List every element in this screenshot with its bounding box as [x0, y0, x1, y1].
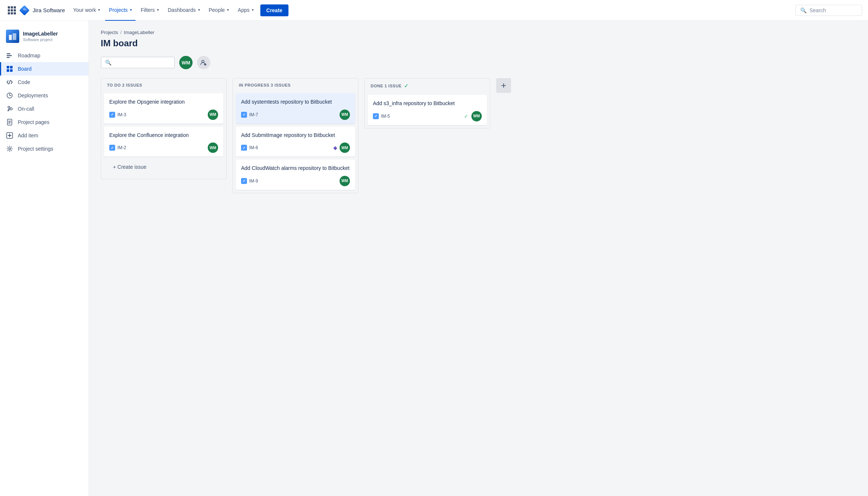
roadmap-icon — [6, 52, 13, 59]
add-people-icon — [200, 59, 207, 66]
main-layout: ImageLabeller Software project Roadmap B… — [0, 0, 868, 496]
card-footer: ✓ IM-2 WM — [109, 143, 218, 153]
column-header-todo: TO DO 2 ISSUES — [101, 78, 226, 90]
card-issue-key: IM-3 — [117, 112, 126, 117]
sidebar-label-code: Code — [18, 79, 30, 85]
chevron-down-icon: ▾ — [252, 8, 254, 12]
card-card-im7[interactable]: Add systemtests repository to Bitbucket … — [236, 93, 355, 124]
chevron-down-icon: ▾ — [98, 8, 100, 12]
board-icon — [6, 65, 13, 73]
card-card-im2[interactable]: Explore the Confluence integration ✓ IM-… — [104, 127, 223, 157]
jira-diamond-icon — [19, 5, 30, 16]
topnav: Jira Software Your work ▾ Projects ▾ Fil… — [0, 0, 868, 21]
card-assignee-avatar: WM — [208, 110, 218, 120]
card-title: Add s3_infra repository to Bitbucket — [373, 100, 482, 107]
board-search[interactable]: 🔍 — [101, 57, 175, 68]
card-card-im9[interactable]: Add CloudWatch alarms repository to Bitb… — [236, 160, 355, 190]
project-avatar — [6, 30, 19, 43]
done-check-icon: ✓ — [404, 83, 409, 89]
column-inprogress: IN PROGRESS 3 ISSUES Add systemtests rep… — [233, 78, 358, 193]
chevron-down-icon: ▾ — [157, 8, 159, 12]
card-title: Add systemtests repository to Bitbucket — [241, 98, 350, 106]
sidebar-item-oncall[interactable]: On-call — [0, 102, 89, 115]
search-box[interactable]: 🔍 Search — [795, 5, 862, 16]
sidebar-label-board: Board — [18, 66, 31, 72]
svg-rect-1 — [9, 35, 12, 40]
breadcrumb-separator: / — [120, 30, 122, 35]
add-assignee-button[interactable] — [197, 56, 210, 69]
column-done: DONE 1 ISSUE✓ Add s3_infra repository to… — [364, 78, 490, 128]
add-column-button[interactable]: + — [496, 78, 511, 93]
svg-rect-8 — [7, 69, 9, 72]
sidebar-item-project-pages[interactable]: Project pages — [0, 115, 89, 129]
code-icon — [6, 78, 13, 86]
sidebar-label-deployments: Deployments — [18, 93, 48, 98]
nav-filters[interactable]: Filters ▾ — [137, 0, 163, 21]
column-body-done: Add s3_infra repository to Bitbucket ✓ I… — [365, 92, 490, 128]
chevron-down-icon: ▾ — [130, 8, 132, 12]
card-card-im5[interactable]: Add s3_infra repository to Bitbucket ✓ I… — [368, 95, 487, 125]
issue-type-icon: ✓ — [373, 113, 379, 119]
column-header-inprogress: IN PROGRESS 3 ISSUES — [233, 78, 358, 90]
card-footer: ✓ IM-7 WM — [241, 110, 350, 120]
card-title: Explore the Opsgenie integration — [109, 98, 218, 106]
card-footer: ✓ IM-3 WM — [109, 110, 218, 120]
assignee-avatar-wm[interactable]: WM — [179, 56, 193, 69]
issue-type-icon: ✓ — [241, 112, 247, 118]
card-assignee-avatar: WM — [208, 143, 218, 153]
sidebar-label-project-pages: Project pages — [18, 119, 50, 125]
filter-bar: 🔍 WM — [101, 56, 856, 69]
sidebar-item-roadmap[interactable]: Roadmap — [0, 49, 89, 62]
card-title: Explore the Confluence integration — [109, 132, 218, 139]
oncall-icon — [6, 105, 13, 113]
sidebar-item-code[interactable]: Code — [0, 76, 89, 89]
breadcrumb-current: ImageLabeller — [124, 30, 154, 35]
sidebar-item-add-item[interactable]: Add item — [0, 129, 89, 142]
card-card-im6[interactable]: Add SubmitImage repository to Bitbucket … — [236, 127, 355, 157]
apps-grid-button[interactable] — [6, 4, 18, 16]
column-body-inprogress: Add systemtests repository to Bitbucket … — [233, 90, 358, 193]
svg-rect-7 — [10, 66, 13, 68]
nav-your-work[interactable]: Your work ▾ — [70, 0, 104, 21]
sidebar-item-deployments[interactable]: Deployments — [0, 89, 89, 102]
card-assignee-avatar: WM — [340, 143, 350, 153]
issue-type-icon: ✓ — [109, 112, 115, 118]
grid-icon — [8, 6, 16, 14]
card-card-im3[interactable]: Explore the Opsgenie integration ✓ IM-3 … — [104, 93, 223, 124]
card-assignee-avatar: WM — [471, 111, 482, 121]
project-type: Software project — [23, 37, 58, 42]
sidebar: ImageLabeller Software project Roadmap B… — [0, 21, 89, 496]
svg-point-20 — [9, 148, 11, 150]
search-placeholder: Search — [809, 7, 826, 13]
priority-icon: ◆ — [333, 145, 337, 151]
svg-rect-3 — [7, 53, 10, 54]
page-title: IM board — [101, 38, 856, 48]
create-button[interactable]: Create — [260, 4, 288, 16]
nav-apps[interactable]: Apps ▾ — [234, 0, 257, 21]
column-todo: TO DO 2 ISSUES Explore the Opsgenie inte… — [101, 78, 227, 179]
sidebar-label-add-item: Add item — [18, 133, 38, 138]
create-issue-button-todo[interactable]: + Create issue — [107, 161, 220, 173]
card-issue-key: IM-7 — [249, 112, 258, 117]
card-footer: ✓ IM-5 ✓ WM — [373, 111, 482, 121]
column-title: TO DO 2 ISSUES — [107, 83, 142, 87]
card-title: Add SubmitImage repository to Bitbucket — [241, 132, 350, 139]
sidebar-item-board[interactable]: Board — [0, 62, 89, 76]
issue-type-icon: ✓ — [109, 145, 115, 151]
nav-projects[interactable]: Projects ▾ — [105, 0, 136, 21]
nav-dashboards[interactable]: Dashboards ▾ — [164, 0, 204, 21]
project-header: ImageLabeller Software project — [0, 27, 89, 49]
jira-logo[interactable]: Jira Software — [19, 5, 65, 16]
card-issue-key: IM-2 — [117, 145, 126, 150]
card-assignee-avatar: WM — [340, 176, 350, 186]
breadcrumb-projects[interactable]: Projects — [101, 30, 118, 35]
svg-rect-5 — [7, 57, 10, 58]
card-issue-key: IM-9 — [249, 178, 258, 184]
nav-people[interactable]: People ▾ — [205, 0, 233, 21]
board-search-input[interactable] — [114, 60, 159, 66]
sidebar-item-project-settings[interactable]: Project settings — [0, 142, 89, 155]
card-title: Add CloudWatch alarms repository to Bitb… — [241, 165, 350, 172]
add-item-icon — [6, 132, 13, 139]
sidebar-label-oncall: On-call — [18, 106, 34, 112]
deployments-icon — [6, 92, 13, 99]
